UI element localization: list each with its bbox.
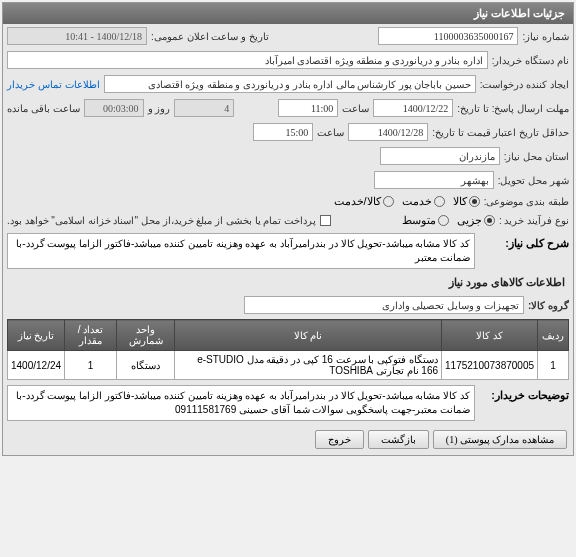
- th-idx: ردیف: [538, 320, 569, 351]
- field-delivery-city: بهشهر: [374, 171, 494, 189]
- label-delivery-city: شهر محل تحویل:: [498, 175, 569, 186]
- radio-jozi[interactable]: [484, 215, 495, 226]
- radio-label-jozi: جزیی: [457, 214, 482, 227]
- cell-code: 1175210073870005: [442, 351, 538, 380]
- label-remaining: ساعت باقی مانده: [7, 103, 80, 114]
- footer-buttons: مشاهده مدارک پیوستی (1) بازگشت خروج: [3, 424, 573, 455]
- radio-item-kala-khedmat[interactable]: کالا/خدمت: [334, 195, 394, 208]
- label-item-group: گروه کالا:: [528, 300, 569, 311]
- th-qty: تعداد / مقدار: [65, 320, 117, 351]
- table-header-row: ردیف کد کالا نام کالا واحد شمارش تعداد /…: [8, 320, 569, 351]
- label-general-desc: شرح کلی نیاز:: [479, 233, 569, 250]
- field-response-date: 1400/12/22: [373, 99, 453, 117]
- label-days-and: روز و: [148, 103, 171, 114]
- radio-motavasset[interactable]: [438, 215, 449, 226]
- label-hour1: ساعت: [342, 103, 369, 114]
- field-need-province: مازندران: [380, 147, 500, 165]
- checkbox-payment[interactable]: [320, 215, 331, 226]
- label-buyer-notes: توضیحات خریدار:: [479, 385, 569, 402]
- label-need-province: استان محل نیاز:: [504, 151, 569, 162]
- cell-qty: 1: [65, 351, 117, 380]
- label-requester: ایجاد کننده درخواست:: [480, 79, 569, 90]
- radio-kala[interactable]: [469, 196, 480, 207]
- radio-label-kala: کالا: [453, 195, 467, 208]
- th-date: تاریخ نیاز: [8, 320, 65, 351]
- field-remaining-time: 00:03:00: [84, 99, 144, 117]
- th-code: کد کالا: [442, 320, 538, 351]
- field-general-desc: کد کالا مشابه میباشد-تحویل کالا در بندرا…: [7, 233, 475, 269]
- row-classification: طبقه بندی موضوعی: کالا خدمت کالا/خدمت: [3, 192, 573, 211]
- field-remaining-days: 4: [174, 99, 234, 117]
- th-name: نام کالا: [175, 320, 442, 351]
- cell-name: دستگاه فتوکپی با سرعت 16 کپی در دقیقه مد…: [175, 351, 442, 380]
- exit-button[interactable]: خروج: [315, 430, 364, 449]
- radio-item-kala[interactable]: کالا: [453, 195, 480, 208]
- radio-khedmat[interactable]: [434, 196, 445, 207]
- radio-item-motavasset[interactable]: متوسط: [402, 214, 449, 227]
- row-requester: ایجاد کننده درخواست: حسین باباجان پور کا…: [3, 72, 573, 96]
- label-validity-deadline: حداقل تاریخ اعتبار قیمت تا تاریخ:: [432, 127, 569, 138]
- label-purchase-process: نوع فرآیند خرید :: [499, 215, 569, 226]
- field-validity-hour: 15:00: [253, 123, 313, 141]
- need-details-panel: جزئیات اطلاعات نیاز شماره نیاز: 11000036…: [2, 2, 574, 456]
- radio-group-classification: کالا خدمت کالا/خدمت: [334, 195, 480, 208]
- section-items-info: اطلاعات کالاهای مورد نیاز: [3, 272, 573, 293]
- row-item-group: گروه کالا: تجهیزات و وسایل تحصیلی واداری: [3, 293, 573, 317]
- field-need-number: 1100003635000167: [378, 27, 518, 45]
- label-classification: طبقه بندی موضوعی:: [484, 196, 569, 207]
- row-province: استان محل نیاز: مازندران: [3, 144, 573, 168]
- radio-label-khedmat: خدمت: [402, 195, 432, 208]
- label-need-number: شماره نیاز:: [522, 31, 569, 42]
- row-buyer-notes: توضیحات خریدار: کد کالا مشابه میباشد-تحو…: [3, 382, 573, 424]
- row-validity: حداقل تاریخ اعتبار قیمت تا تاریخ: 1400/1…: [3, 120, 573, 144]
- row-buyer-org: نام دستگاه خریدار: اداره بنادر و دریانور…: [3, 48, 573, 72]
- radio-kala-khedmat[interactable]: [383, 196, 394, 207]
- radio-group-process: جزیی متوسط: [402, 214, 495, 227]
- field-buyer-notes: کد کالا مشابه میباشد-تحویل کالا در بندرا…: [7, 385, 475, 421]
- table-row[interactable]: 1 1175210073870005 دستگاه فتوکپی با سرعت…: [8, 351, 569, 380]
- row-delivery-city: شهر محل تحویل: بهشهر: [3, 168, 573, 192]
- field-item-group: تجهیزات و وسایل تحصیلی واداری: [244, 296, 524, 314]
- field-requester: حسین باباجان پور کارشناس مالی اداره بناد…: [104, 75, 476, 93]
- field-validity-date: 1400/12/28: [348, 123, 428, 141]
- cell-unit: دستگاه: [116, 351, 174, 380]
- field-buyer-org: اداره بنادر و دریانوردی و منطقه ویژه اقت…: [7, 51, 488, 69]
- row-response-deadline: مهلت ارسال پاسخ: تا تاریخ: 1400/12/22 سا…: [3, 96, 573, 120]
- link-contact-info[interactable]: اطلاعات تماس خریدار: [7, 79, 100, 90]
- label-buyer-org: نام دستگاه خریدار:: [492, 55, 569, 66]
- field-announce-datetime: 1400/12/18 - 10:41: [7, 27, 147, 45]
- row-need-number: شماره نیاز: 1100003635000167 تاریخ و ساع…: [3, 24, 573, 48]
- label-response-deadline: مهلت ارسال پاسخ: تا تاریخ:: [457, 103, 569, 114]
- label-hour2: ساعت: [317, 127, 344, 138]
- back-button[interactable]: بازگشت: [368, 430, 429, 449]
- radio-label-motavasset: متوسط: [402, 214, 436, 227]
- attachments-button[interactable]: مشاهده مدارک پیوستی (1): [433, 430, 567, 449]
- items-table: ردیف کد کالا نام کالا واحد شمارش تعداد /…: [7, 319, 569, 380]
- cell-date: 1400/12/24: [8, 351, 65, 380]
- panel-header: جزئیات اطلاعات نیاز: [3, 3, 573, 24]
- th-unit: واحد شمارش: [116, 320, 174, 351]
- field-response-hour: 11:00: [278, 99, 338, 117]
- row-purchase-process: نوع فرآیند خرید : جزیی متوسط پرداخت تمام…: [3, 211, 573, 230]
- radio-item-jozi[interactable]: جزیی: [457, 214, 495, 227]
- label-payment-note: پرداخت تمام یا بخشی از مبلغ خرید،از محل …: [7, 215, 316, 226]
- items-table-wrapper: ردیف کد کالا نام کالا واحد شمارش تعداد /…: [3, 317, 573, 382]
- cell-idx: 1: [538, 351, 569, 380]
- label-announce-datetime: تاریخ و ساعت اعلان عمومی:: [151, 31, 269, 42]
- radio-item-khedmat[interactable]: خدمت: [402, 195, 445, 208]
- radio-label-kala-khedmat: کالا/خدمت: [334, 195, 381, 208]
- row-general-desc: شرح کلی نیاز: کد کالا مشابه میباشد-تحویل…: [3, 230, 573, 272]
